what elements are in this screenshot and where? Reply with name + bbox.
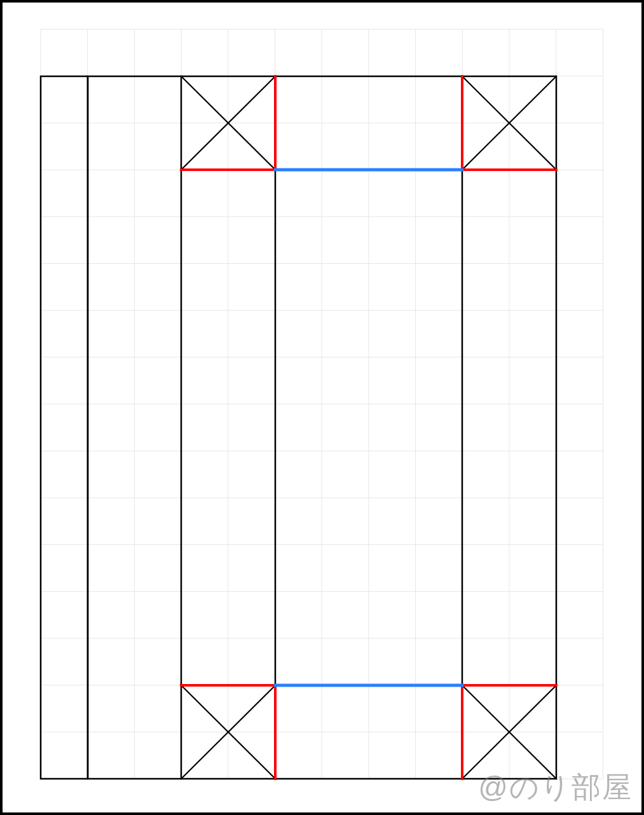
crease-pattern-svg (3, 3, 641, 812)
diagram-canvas: @のり部屋 (0, 0, 644, 815)
svg-rect-30 (41, 76, 88, 779)
